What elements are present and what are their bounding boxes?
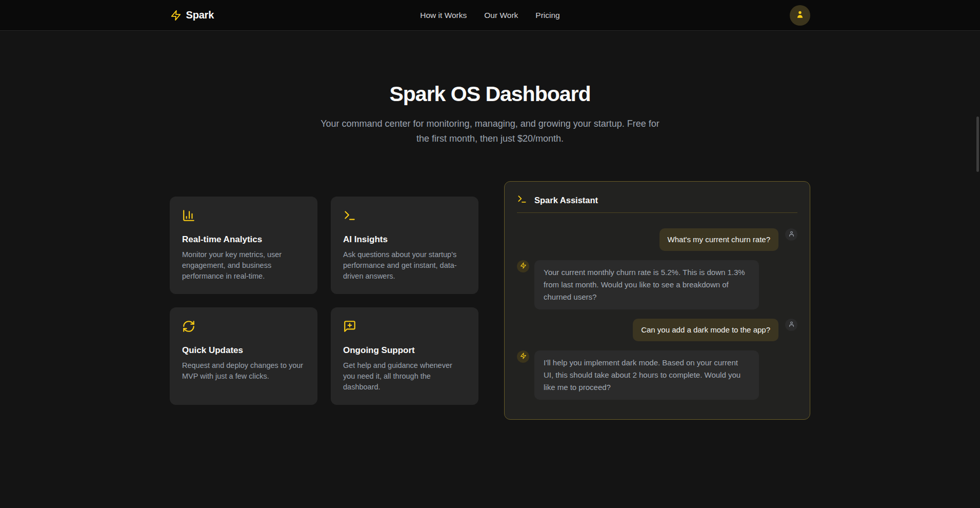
hero-section: Spark OS Dashboard Your command center f… — [0, 31, 980, 146]
message-square-plus-icon — [343, 320, 466, 333]
user-chat-avatar — [785, 319, 797, 331]
chat-bubble: What's my current churn rate? — [659, 228, 778, 251]
chat-message-assistant: I'll help you implement dark mode. Based… — [517, 350, 797, 400]
feature-card-ai-insights: AI Insights Ask questions about your sta… — [331, 197, 478, 294]
chat-message-user: Can you add a dark mode to the app? — [517, 319, 797, 341]
lightning-bolt-icon — [520, 262, 527, 271]
refresh-icon — [182, 320, 305, 333]
assistant-panel-header: Spark Assistant — [517, 194, 797, 206]
user-avatar-button[interactable] — [790, 5, 810, 26]
chat-message-user: What's my current churn rate? — [517, 228, 797, 251]
feature-card-ongoing-support: Ongoing Support Get help and guidance wh… — [331, 307, 478, 405]
main-content: Real-time Analytics Monitor your key met… — [0, 181, 980, 420]
feature-description: Get help and guidance whenever you need … — [343, 360, 466, 393]
assistant-panel-title: Spark Assistant — [534, 196, 598, 205]
assistant-chat-avatar — [517, 350, 529, 363]
page-subtitle: Your command center for monitoring, mana… — [316, 116, 665, 146]
feature-description: Ask questions about your startup's perfo… — [343, 249, 466, 282]
feature-description: Request and deploy changes to your MVP w… — [182, 360, 305, 382]
user-chat-avatar — [785, 228, 797, 241]
top-navbar: Spark How it Works Our Work Pricing — [0, 0, 980, 31]
chat-bubble: Your current monthly churn rate is 5.2%.… — [534, 260, 759, 309]
bar-chart-icon — [182, 209, 305, 222]
nav-link-our-work[interactable]: Our Work — [484, 11, 518, 20]
spark-assistant-panel: Spark Assistant What's my current churn … — [504, 181, 810, 420]
feature-description: Monitor your key metrics, user engagemen… — [182, 249, 305, 282]
feature-title: Real-time Analytics — [182, 235, 305, 245]
feature-card-realtime-analytics: Real-time Analytics Monitor your key met… — [170, 197, 317, 294]
chat-bubble: I'll help you implement dark mode. Based… — [534, 350, 759, 400]
user-icon — [788, 230, 795, 239]
feature-title: Ongoing Support — [343, 345, 466, 356]
nav-link-pricing[interactable]: Pricing — [535, 11, 559, 20]
chat-message-assistant: Your current monthly churn rate is 5.2%.… — [517, 260, 797, 309]
nav-links: How it Works Our Work Pricing — [420, 11, 559, 20]
brand-logo[interactable]: Spark — [170, 9, 214, 21]
assistant-chat-avatar — [517, 260, 529, 272]
lightning-bolt-icon — [520, 352, 527, 361]
feature-title: Quick Updates — [182, 345, 305, 356]
nav-link-how-it-works[interactable]: How it Works — [420, 11, 467, 20]
user-icon — [795, 10, 805, 21]
feature-card-quick-updates: Quick Updates Request and deploy changes… — [170, 307, 317, 405]
brand-name: Spark — [186, 9, 214, 21]
divider — [517, 212, 797, 213]
terminal-icon — [343, 209, 466, 222]
chat-bubble: Can you add a dark mode to the app? — [633, 319, 778, 341]
feature-cards-grid: Real-time Analytics Monitor your key met… — [170, 197, 478, 405]
user-icon — [788, 320, 795, 329]
terminal-icon — [517, 194, 527, 206]
lightning-bolt-icon — [170, 10, 182, 21]
page-title: Spark OS Dashboard — [0, 82, 980, 106]
feature-title: AI Insights — [343, 235, 466, 245]
vertical-scrollbar-thumb[interactable] — [976, 116, 979, 172]
chat-messages: What's my current churn rate? — [517, 228, 797, 400]
